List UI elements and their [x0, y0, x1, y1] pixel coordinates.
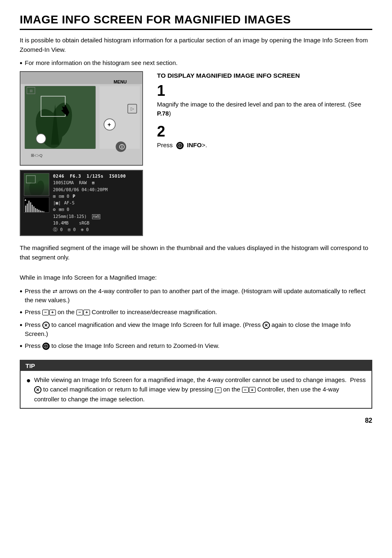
svg-rect-34: [42, 211, 43, 212]
svg-rect-24: [25, 206, 26, 212]
svg-rect-31: [37, 209, 38, 212]
info-icon-step2: ⓘ: [176, 142, 184, 149]
minus-icon-tip: −: [215, 387, 221, 393]
svg-rect-30: [35, 208, 36, 212]
svg-text:MENU: MENU: [114, 79, 127, 84]
after-text-1: The magnified segment of the image will …: [20, 243, 372, 262]
svg-rect-32: [38, 210, 39, 212]
svg-rect-26: [28, 201, 30, 212]
svg-rect-28: [32, 205, 33, 212]
tip-header: TIP: [21, 361, 371, 371]
bullet-pan: • Press the ⇄ arrows on the 4-way contro…: [20, 287, 372, 305]
svg-point-17: [36, 134, 46, 144]
page-number: 82: [20, 417, 372, 424]
after-text-2: While in Image Info Screen for a Magnifi…: [20, 273, 372, 282]
bullet-dot-mag: •: [20, 308, 22, 318]
page-title: IMAGE INFO SCREEN FOR MAGNIFIED IMAGES: [20, 13, 372, 30]
bullet-cancel-text: Press ✕ to cancel magnification and view…: [25, 320, 372, 339]
x-circle-icon-tip: ✕: [34, 386, 42, 394]
bullet-histogram-info: • For more information on the histogram …: [20, 58, 372, 69]
svg-text:▷: ▷: [131, 107, 134, 111]
bullet-close-text: Press ⓘ to close the Image Info Screen a…: [25, 341, 219, 351]
svg-rect-33: [40, 211, 41, 212]
svg-rect-25: [27, 204, 28, 212]
two-column-section: MENU ⊞ ▷ + ⊞-□-Q ⓘ: [20, 71, 372, 236]
bullet-magnification: • Press −+ on the −+ Controller to incre…: [20, 308, 372, 318]
svg-text:⊞: ⊞: [30, 89, 33, 93]
display-section-title: TO DISPLAY MAGNIFIED IMAGE INFO SCREEN: [157, 71, 372, 80]
info-screen-display: 0246 F6.3 1/125s ISO100 100SIGMA RAW ⊞ 2…: [20, 170, 143, 236]
intro-paragraph: It is possible to obtain detailed histog…: [20, 36, 372, 54]
bullet-close: • Press ⓘ to close the Image Info Screen…: [20, 341, 372, 352]
info-icon-close: ⓘ: [42, 343, 50, 350]
right-column: TO DISPLAY MAGNIFIED IMAGE INFO SCREEN 1…: [157, 71, 372, 155]
minus-plus-icon-1: −+: [42, 310, 56, 315]
bullet-pan-text: Press the ⇄ arrows on the 4-way controll…: [25, 287, 372, 305]
svg-text:+: +: [108, 122, 111, 128]
svg-text:⊞-□-Q: ⊞-□-Q: [31, 153, 42, 158]
svg-text:ⓘ: ⓘ: [119, 144, 125, 150]
bullet-cancel-mag: • Press ✕ to cancel magnification and vi…: [20, 320, 372, 339]
x-circle-icon-1: ✕: [42, 322, 50, 329]
camera-image: MENU ⊞ ▷ + ⊞-□-Q ⓘ: [20, 71, 143, 166]
bullet-dot-1: •: [20, 58, 22, 69]
minus-plus-icon-2: −+: [76, 310, 90, 315]
bullet-dot-pan: •: [20, 287, 22, 297]
bullet-dot-cancel: •: [20, 320, 22, 331]
left-column: MENU ⊞ ▷ + ⊞-□-Q ⓘ: [20, 71, 147, 236]
minus-plus-icon-tip: −+: [242, 387, 256, 393]
arrows-icon: ⇄: [53, 287, 58, 296]
step-2-number: 2: [157, 124, 372, 139]
svg-marker-36: [25, 199, 26, 201]
bullet-dot-close: •: [20, 341, 22, 352]
svg-rect-35: [43, 211, 44, 212]
tip-box: TIP ● While viewing an Image Info Screen…: [20, 360, 372, 409]
svg-rect-9: [99, 86, 140, 149]
svg-rect-29: [33, 206, 35, 212]
tip-text: While viewing an Image Info Screen for a…: [34, 375, 366, 404]
svg-rect-23: [26, 176, 35, 183]
step-1-text: Magnify the image to the desired level a…: [157, 100, 372, 118]
tip-content: ● While viewing an Image Info Screen for…: [21, 371, 371, 408]
step-1-number: 1: [157, 83, 372, 98]
x-circle-icon-2: ✕: [263, 322, 270, 329]
tip-bullet-dot: ●: [26, 375, 31, 386]
bullet-mag-text: Press −+ on the −+ Controller to increas…: [25, 308, 217, 317]
svg-rect-27: [30, 202, 31, 212]
tip-bullet-item: ● While viewing an Image Info Screen for…: [26, 375, 366, 404]
step-2-text: Press ⓘ INFO>.: [157, 141, 372, 150]
